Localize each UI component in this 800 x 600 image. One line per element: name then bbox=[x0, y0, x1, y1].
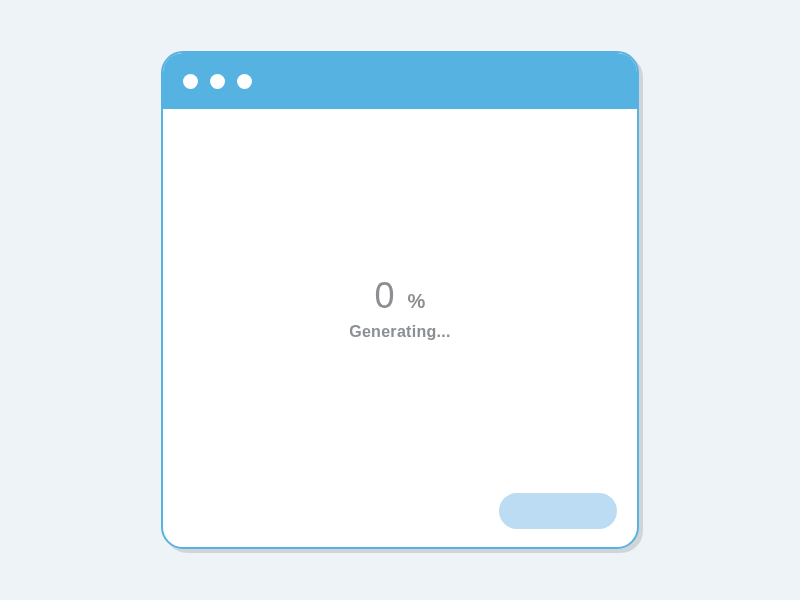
progress-display: 0 % Generating... bbox=[349, 275, 451, 341]
percent-unit: % bbox=[408, 290, 426, 313]
content-area: 0 % Generating... bbox=[163, 109, 637, 547]
traffic-light-close-icon[interactable] bbox=[183, 74, 198, 89]
percent-value: 0 bbox=[375, 275, 396, 317]
titlebar bbox=[163, 53, 637, 109]
action-button[interactable] bbox=[499, 493, 617, 529]
traffic-light-maximize-icon[interactable] bbox=[237, 74, 252, 89]
percent-row: 0 % bbox=[349, 275, 451, 317]
status-text: Generating... bbox=[349, 323, 451, 341]
app-window: 0 % Generating... bbox=[161, 51, 639, 549]
traffic-light-minimize-icon[interactable] bbox=[210, 74, 225, 89]
